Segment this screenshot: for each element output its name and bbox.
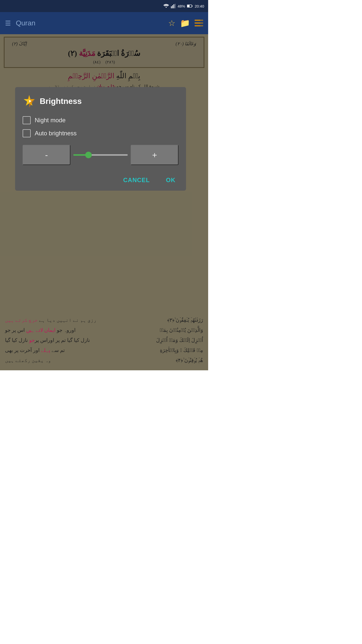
quran-urdu-3: نازل کیا گیا تم پر اوراس پرجو نازل کیا گ…	[5, 337, 90, 343]
time-display: 20:40	[195, 4, 204, 8]
quran-urdu-5: وہ یقین رکھتے ہیں	[5, 357, 51, 363]
quran-page: (٢) اِیَّاکَ وَعَالَمًا (٢٠) (٢) سُوۡرَة…	[0, 34, 208, 370]
quran-text-section: رَزَقۡنٰهُمۡ یُنۡفِقُوۡنَ ۙ﴿۳﴾ رزق ہم نے…	[0, 310, 208, 370]
status-bar: 48% 20:40	[0, 0, 208, 12]
auto-brightness-row[interactable]: Auto brightness	[23, 128, 178, 141]
brightness-slider-thumb[interactable]	[85, 152, 92, 158]
auto-brightness-label: Auto brightness	[35, 130, 77, 137]
app-bar-actions: ☆ 📁	[168, 18, 203, 28]
brightness-slider-track[interactable]	[73, 154, 128, 156]
app-title: Quran	[16, 19, 163, 27]
quran-line-3: اُنۡزِلَ اِلَیۡكَ وَمَاۤ اُنۡزِلَ نازل ک…	[5, 335, 203, 345]
app-bar: ☰ Quran ☆ 📁	[0, 12, 208, 34]
svg-rect-0	[171, 6, 172, 8]
svg-rect-5	[187, 5, 190, 7]
dialog-buttons: CANCEL OK	[23, 172, 178, 186]
brightness-dialog: Brightness Night mode Auto brightness - …	[15, 87, 186, 191]
quran-arabic-5: هُمۡ یُوۡقِنُوۡنَ ۙ﴿۴﴾	[176, 357, 203, 363]
brightness-decrease-button[interactable]: -	[23, 145, 70, 165]
svg-rect-12	[200, 25, 203, 26]
brightness-icon	[23, 95, 36, 108]
svg-rect-6	[192, 6, 193, 7]
svg-rect-1	[172, 5, 173, 8]
ok-button[interactable]: OK	[163, 175, 178, 186]
status-icons: 48% 20:40	[163, 4, 204, 8]
signal-icon	[171, 4, 175, 8]
list-menu-icon[interactable]	[195, 20, 203, 27]
quran-line-2: وَالَّذِیۡنَ یُؤۡمِنُوۡنَ بِمَاۤ اوروہ ج…	[5, 325, 203, 335]
battery-icon	[187, 5, 193, 8]
quran-arabic-1: رَزَقۡنٰهُمۡ یُنۡفِقُوۡنَ ۙ﴿۳﴾	[167, 317, 203, 323]
quran-line-1: رَزَقۡنٰهُمۡ یُنۡفِقُوۡنَ ۙ﴿۳﴾ رزق ہم نے…	[5, 315, 203, 325]
svg-rect-3	[175, 4, 175, 8]
bookmark-outline-icon[interactable]: ☆	[168, 18, 175, 28]
brightness-increase-button[interactable]: +	[131, 145, 178, 165]
brightness-slider-row: - +	[23, 145, 178, 165]
menu-icon[interactable]: ☰	[5, 19, 11, 27]
quran-arabic-3: اُنۡزِلَ اِلَیۡكَ وَمَاۤ اُنۡزِلَ	[156, 337, 203, 343]
dialog-title-row: Brightness	[23, 95, 178, 108]
night-mode-label: Night mode	[35, 117, 66, 124]
folder-icon[interactable]: 📁	[180, 18, 190, 28]
night-mode-row[interactable]: Night mode	[23, 115, 178, 128]
quran-arabic-4: مِنۡ قَبۡلِكَ ۚ وَبِالۡاٰخِرَةِ	[160, 347, 203, 353]
wifi-icon	[163, 4, 169, 8]
cancel-button[interactable]: CANCEL	[120, 175, 153, 186]
quran-arabic-2: وَالَّذِیۡنَ یُؤۡمِنُوۡنَ بِمَاۤ	[160, 327, 203, 333]
battery-percentage: 48%	[177, 4, 185, 8]
svg-rect-10	[200, 20, 203, 21]
svg-rect-2	[173, 4, 174, 8]
night-mode-checkbox[interactable]	[23, 116, 31, 124]
quran-urdu-1: رزق ہم نے انہیں دیا ہے خرچ کرتے ہیں	[5, 317, 97, 323]
auto-brightness-checkbox[interactable]	[23, 129, 31, 137]
quran-line-5: هُمۡ یُوۡقِنُوۡنَ ۙ﴿۴﴾ وہ یقین رکھتے ہیں	[5, 355, 203, 365]
svg-rect-11	[200, 22, 203, 24]
dialog-title-text: Brightness	[40, 97, 82, 106]
quran-urdu-2: اوروہ جو ایمان لاتے ہیں اس پر جو	[5, 327, 76, 333]
quran-line-4: مِنۡ قَبۡلِكَ ۚ وَبِالۡاٰخِرَةِ تم سے پہ…	[5, 345, 203, 355]
quran-urdu-4: تم سے پہلے اور آخرت پر بھی	[5, 347, 65, 353]
